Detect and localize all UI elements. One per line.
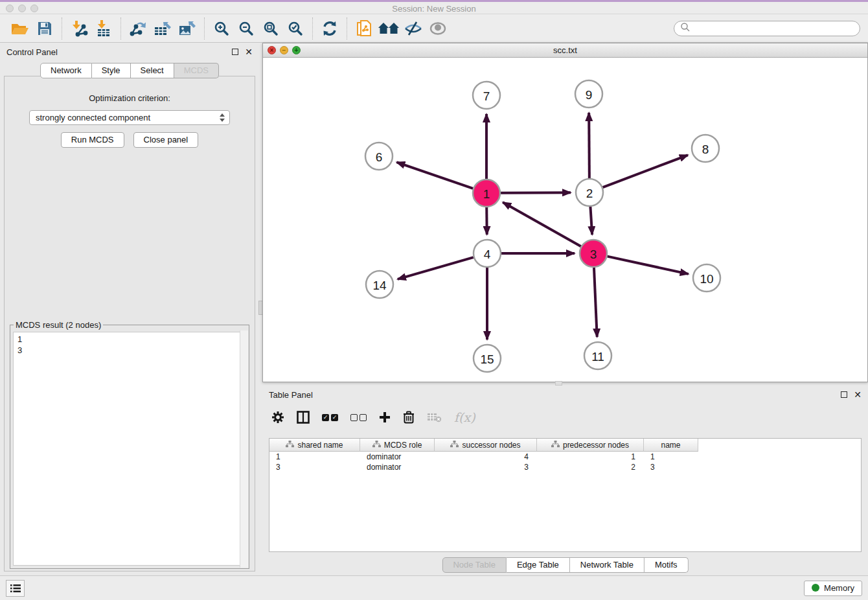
hierarchy-icon [372, 441, 381, 450]
graph-node-8[interactable]: 8 [692, 135, 719, 162]
hide-panel-eye-slash-icon[interactable] [401, 17, 426, 40]
cell-name[interactable]: 1 [644, 452, 698, 461]
column-label: MCDS role [384, 441, 422, 450]
table-tab-network-table[interactable]: Network Table [570, 557, 645, 573]
show-panel-eye-icon[interactable] [426, 17, 450, 40]
deselect-all-checkboxes-icon[interactable] [350, 414, 367, 421]
table-tab-motifs[interactable]: Motifs [645, 557, 689, 573]
column-header-shared-name[interactable]: shared name [269, 439, 360, 452]
cell-successor-nodes[interactable]: 4 [435, 452, 537, 461]
graph-node-10[interactable]: 10 [693, 264, 720, 292]
graph-node-3[interactable]: 3 [580, 240, 607, 267]
column-label: name [661, 441, 680, 450]
search-icon [680, 22, 691, 35]
add-column-plus-icon[interactable] [379, 411, 391, 423]
graph-node-9[interactable]: 9 [575, 80, 602, 108]
graph-node-4[interactable]: 4 [474, 240, 501, 267]
mcds-result-box: MCDS result (2 nodes) 1 3 [10, 320, 249, 569]
control-tab-select[interactable]: Select [131, 63, 174, 78]
home-layout-icon[interactable] [376, 17, 401, 40]
cell-shared-name[interactable]: 1 [269, 452, 360, 461]
import-table-icon[interactable] [91, 17, 116, 40]
task-history-button[interactable] [6, 580, 25, 597]
toolbar-separator [62, 17, 62, 40]
edge-3-to-1[interactable] [503, 202, 581, 246]
table-tab-edge-table[interactable]: Edge Table [507, 557, 570, 573]
column-header-name[interactable]: name [644, 439, 698, 452]
edge-1-to-2[interactable] [501, 192, 571, 193]
settings-gear-icon[interactable] [271, 411, 284, 424]
edge-3-to-11[interactable] [594, 268, 597, 337]
column-header-MCDS-role[interactable]: MCDS role [360, 439, 435, 452]
svg-text:15: 15 [480, 352, 494, 366]
network-window-titlebar[interactable]: × − + scc.txt [263, 43, 867, 58]
open-file-icon[interactable] [8, 17, 32, 40]
edge-3-to-10[interactable] [607, 257, 688, 274]
graph-node-6[interactable]: 6 [365, 143, 393, 170]
table-row[interactable]: 1dominator411 [269, 452, 861, 462]
search-input[interactable] [694, 23, 854, 34]
edge-2-to-9[interactable] [589, 113, 589, 178]
graph-node-11[interactable]: 11 [584, 342, 611, 369]
control-tab-network[interactable]: Network [40, 63, 92, 78]
column-header-successor-nodes[interactable]: successor nodes [435, 439, 537, 452]
select-all-checkboxes-icon[interactable]: ✓✓ [322, 414, 338, 421]
criterion-dropdown-value: strongly connected component [36, 113, 150, 122]
table-row[interactable]: 3dominator323 [269, 462, 861, 472]
run-mcds-button[interactable]: Run MCDS [61, 132, 124, 148]
edge-1-to-6[interactable] [396, 162, 473, 188]
graph-node-2[interactable]: 2 [576, 179, 603, 206]
refresh-icon[interactable] [317, 17, 342, 40]
search-field[interactable] [674, 21, 860, 36]
close-panel-icon[interactable]: ✕ [245, 49, 253, 55]
cell-shared-name[interactable]: 3 [269, 463, 360, 472]
memory-button[interactable]: Memory [804, 581, 862, 596]
cell-successor-nodes[interactable]: 3 [435, 463, 537, 472]
copy-network-view-icon[interactable] [352, 17, 376, 40]
export-image-icon[interactable] [175, 17, 200, 40]
graph-node-15[interactable]: 15 [474, 345, 501, 372]
table-tab-node-table[interactable]: Node Table [442, 557, 507, 573]
zoom-in-icon[interactable] [209, 17, 234, 40]
cell-name[interactable]: 3 [644, 463, 698, 472]
status-bar: Memory [0, 575, 868, 600]
cell-predecessor-nodes[interactable]: 1 [537, 452, 644, 461]
edge-4-to-14[interactable] [398, 257, 474, 279]
control-tab-style[interactable]: Style [92, 63, 131, 78]
mcds-result-text[interactable]: 1 3 [13, 332, 246, 566]
split-columns-icon[interactable] [297, 411, 310, 424]
zoom-selected-icon[interactable] [283, 17, 308, 40]
close-table-panel-icon[interactable]: ✕ [854, 391, 862, 398]
export-network-icon[interactable] [126, 17, 150, 40]
control-panel-tabs: NetworkStyleSelectMCDS [40, 63, 219, 78]
criterion-dropdown[interactable]: strongly connected component [29, 110, 230, 125]
zoom-out-icon[interactable] [234, 17, 258, 40]
edge-2-to-3[interactable] [590, 207, 592, 235]
control-tab-mcds[interactable]: MCDS [174, 63, 219, 78]
graph-node-14[interactable]: 14 [366, 271, 393, 298]
export-table-icon[interactable] [150, 17, 175, 40]
close-panel-button[interactable]: Close panel [133, 132, 199, 148]
save-session-icon[interactable] [32, 17, 57, 40]
horizontal-splitter-handle[interactable] [555, 381, 562, 386]
node-table[interactable]: shared nameMCDS rolesuccessor nodesprede… [269, 438, 862, 552]
edge-2-to-8[interactable] [603, 155, 688, 187]
import-network-icon[interactable] [67, 17, 91, 40]
network-canvas[interactable]: 7968124314101511 [263, 58, 867, 382]
cell-MCDS-role[interactable]: dominator [360, 452, 435, 461]
cell-predecessor-nodes[interactable]: 2 [537, 463, 644, 472]
svg-text:11: 11 [591, 350, 604, 363]
cell-MCDS-role[interactable]: dominator [360, 463, 435, 472]
graph-node-1[interactable]: 1 [473, 179, 500, 207]
zoom-fit-icon[interactable] [258, 17, 283, 40]
table-panel: Table Panel ✕ ✓✓ f(x) shared nameMCDS r [262, 386, 868, 575]
delete-column-trash-icon[interactable] [403, 411, 415, 424]
control-panel: Control Panel ✕ NetworkStyleSelectMCDS O… [0, 43, 259, 575]
column-header-predecessor-nodes[interactable]: predecessor nodes [537, 439, 644, 452]
float-panel-icon[interactable] [232, 49, 238, 55]
result-scrollbar[interactable] [240, 330, 248, 568]
float-table-panel-icon[interactable] [841, 391, 847, 398]
graph-node-7[interactable]: 7 [473, 82, 500, 109]
table-toolbar: ✓✓ f(x) [271, 406, 475, 428]
table-panel-title: Table Panel [269, 390, 313, 400]
